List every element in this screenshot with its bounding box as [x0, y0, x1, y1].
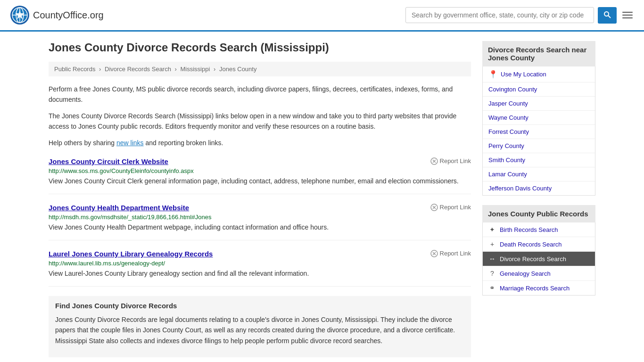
birth-records-link[interactable]: Birth Records Search: [500, 226, 558, 233]
county-link[interactable]: Jasper County: [488, 100, 528, 107]
sidebar-county-item[interactable]: Covington County: [483, 82, 595, 97]
content-area: Jones County Divorce Records Search (Mis…: [49, 41, 471, 357]
death-icon: +: [488, 240, 496, 248]
marriage-icon: ⚭: [488, 284, 496, 292]
report-link-3[interactable]: Report Link: [430, 250, 471, 257]
result-url: http://www.laurel.lib.ms.us/genealogy-de…: [49, 260, 471, 267]
sidebar-nearby-list: 📍 Use My Location Covington County Jaspe…: [482, 66, 595, 196]
county-link[interactable]: Perry County: [488, 142, 524, 149]
result-item: Jones County Circuit Clerk Website Repor…: [49, 157, 471, 194]
sidebar: Divorce Records Search near Jones County…: [482, 41, 595, 357]
header: CountyOffice.org: [0, 0, 644, 32]
menu-button[interactable]: [620, 10, 635, 20]
sidebar-county-item[interactable]: Jefferson Davis County: [483, 181, 595, 195]
sidebar-county-item[interactable]: Wayne County: [483, 111, 595, 125]
page-title: Jones County Divorce Records Search (Mis…: [49, 41, 471, 54]
sidebar-nearby-title: Divorce Records Search near Jones County: [482, 41, 595, 66]
svg-line-8: [608, 16, 611, 18]
description-3: Help others by sharing new links and rep…: [49, 138, 471, 148]
result-title[interactable]: Laurel Jones County Library Genealogy Re…: [49, 250, 213, 258]
breadcrumb-public-records[interactable]: Public Records: [54, 66, 95, 73]
logo-icon: [9, 5, 30, 25]
find-section-title: Find Jones County Divorce Records: [55, 302, 464, 310]
result-url: http://msdh.ms.gov/msdhsite/_static/19,8…: [49, 214, 471, 221]
county-link[interactable]: Jefferson Davis County: [488, 185, 552, 192]
search-input[interactable]: [405, 7, 594, 23]
description-2: The Jones County Divorce Records Search …: [49, 111, 471, 132]
sidebar-county-item[interactable]: Smith County: [483, 153, 595, 167]
breadcrumb-divorce-records[interactable]: Divorce Records Search: [105, 66, 171, 73]
result-url: http://www.sos.ms.gov/CountyEleinfo/coun…: [49, 167, 471, 174]
sidebar-public-records-section: Jones County Public Records ✦ Birth Reco…: [482, 205, 595, 296]
sidebar-county-item[interactable]: Forrest County: [483, 125, 595, 139]
result-title[interactable]: Jones County Health Department Website: [49, 204, 189, 212]
report-link-1[interactable]: Report Link: [430, 157, 471, 165]
sidebar-birth-records[interactable]: ✦ Birth Records Search: [483, 222, 595, 237]
report-icon: [430, 157, 438, 165]
result-desc: View Jones County Circuit Clerk general …: [49, 176, 471, 186]
breadcrumb-jones-county[interactable]: Jones County: [219, 66, 257, 73]
genealogy-link[interactable]: Genealogy Search: [500, 270, 551, 277]
sidebar-county-item[interactable]: Lamar County: [483, 167, 595, 181]
sidebar-genealogy[interactable]: ? Genealogy Search: [483, 266, 595, 281]
sidebar-divorce-records[interactable]: ↔ Divorce Records Search: [483, 252, 595, 266]
breadcrumb: Public Records › Divorce Records Search …: [49, 62, 471, 76]
result-title[interactable]: Jones County Circuit Clerk Website: [49, 157, 168, 165]
new-links-link[interactable]: new links: [116, 139, 144, 147]
search-button[interactable]: [598, 7, 617, 24]
hamburger-icon: [622, 12, 633, 18]
divorce-icon: ↔: [488, 255, 496, 263]
county-link[interactable]: Smith County: [488, 156, 525, 164]
sidebar-county-item[interactable]: Perry County: [483, 139, 595, 153]
main-container: Jones County Divorce Records Search (Mis…: [39, 32, 605, 362]
location-icon: 📍: [488, 70, 498, 79]
use-my-location-item[interactable]: 📍 Use My Location: [483, 66, 595, 82]
search-icon: [603, 11, 611, 18]
breadcrumb-mississippi[interactable]: Mississippi: [181, 66, 210, 73]
description-1: Perform a free Jones County, MS public d…: [49, 84, 471, 105]
county-link[interactable]: Covington County: [488, 86, 537, 93]
genealogy-icon: ?: [488, 270, 496, 277]
sidebar-nearby-section: Divorce Records Search near Jones County…: [482, 41, 595, 196]
death-records-link[interactable]: Death Records Search: [500, 241, 562, 248]
sidebar-marriage-records[interactable]: ⚭ Marriage Records Search: [483, 281, 595, 295]
sidebar-death-records[interactable]: + Death Records Search: [483, 237, 595, 252]
logo-area: CountyOffice.org: [9, 5, 104, 25]
svg-point-7: [604, 12, 609, 16]
search-area: [405, 7, 635, 24]
county-link[interactable]: Forrest County: [488, 128, 529, 135]
result-item: Laurel Jones County Library Genealogy Re…: [49, 250, 471, 287]
sidebar-county-item[interactable]: Jasper County: [483, 97, 595, 111]
report-link-2[interactable]: Report Link: [430, 204, 471, 211]
result-desc: View Laurel-Jones County Library genealo…: [49, 269, 471, 279]
report-icon: [430, 204, 438, 211]
county-link[interactable]: Lamar County: [488, 171, 527, 178]
use-my-location-link[interactable]: Use My Location: [501, 71, 546, 78]
find-section-body: Jones County Divorce Records are legal d…: [55, 314, 464, 346]
marriage-records-link[interactable]: Marriage Records Search: [500, 285, 570, 292]
result-desc: View Jones County Health Department webp…: [49, 222, 471, 232]
report-icon: [430, 250, 438, 257]
result-item: Jones County Health Department Website R…: [49, 204, 471, 240]
birth-icon: ✦: [488, 226, 496, 233]
sidebar-public-records-title: Jones County Public Records: [482, 205, 595, 222]
divorce-records-link[interactable]: Divorce Records Search: [500, 255, 566, 263]
county-link[interactable]: Wayne County: [488, 114, 528, 121]
find-section: Find Jones County Divorce Records Jones …: [49, 296, 471, 357]
sidebar-public-records-list: ✦ Birth Records Search + Death Records S…: [482, 222, 595, 296]
logo-text: CountyOffice.org: [33, 10, 104, 21]
